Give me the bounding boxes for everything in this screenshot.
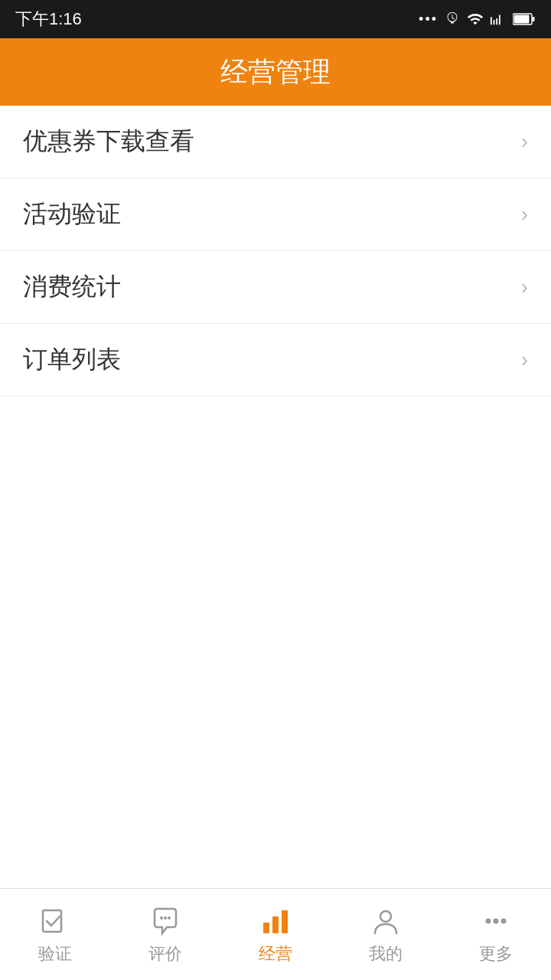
- tab-more[interactable]: 更多: [441, 904, 551, 965]
- svg-point-5: [164, 916, 167, 920]
- menu-item-coupon[interactable]: 优惠券下载查看 ›: [0, 106, 551, 178]
- tab-manage-label: 经营: [259, 942, 292, 965]
- tab-manage[interactable]: 经营: [220, 904, 331, 965]
- profile-icon: [369, 904, 403, 938]
- menu-item-orders-label: 订单列表: [23, 343, 121, 377]
- menu-item-stats[interactable]: 消费统计 ›: [0, 251, 551, 324]
- tab-more-label: 更多: [479, 942, 513, 965]
- alarm-icon: [444, 11, 461, 28]
- tab-review[interactable]: 评价: [110, 904, 220, 965]
- battery-icon: [513, 12, 536, 26]
- review-icon: [148, 904, 182, 938]
- svg-point-4: [160, 916, 163, 920]
- menu-item-activity[interactable]: 活动验证 ›: [0, 178, 551, 251]
- signal-icon: [490, 11, 507, 28]
- svg-rect-3: [43, 910, 61, 932]
- svg-rect-1: [514, 15, 530, 24]
- chevron-right-icon: ›: [521, 202, 528, 227]
- menu-list: 优惠券下载查看 › 活动验证 › 消费统计 › 订单列表 ›: [0, 106, 551, 397]
- wifi-icon: [467, 11, 484, 28]
- tab-bar: 验证 评价 经营 我的 更多: [0, 888, 551, 980]
- status-bar: 下午1:16 •••: [0, 0, 551, 38]
- svg-point-12: [494, 918, 499, 923]
- svg-rect-2: [533, 17, 535, 21]
- tab-verify-label: 验证: [38, 942, 72, 965]
- menu-item-coupon-label: 优惠券下载查看: [23, 125, 194, 158]
- tab-review-label: 评价: [148, 942, 182, 965]
- page-title: 经营管理: [220, 54, 331, 91]
- status-icons: •••: [419, 11, 536, 28]
- verify-icon: [38, 904, 72, 938]
- svg-rect-9: [282, 910, 288, 933]
- tab-mine[interactable]: 我的: [331, 904, 441, 965]
- tab-verify[interactable]: 验证: [0, 904, 110, 965]
- svg-rect-8: [272, 916, 279, 933]
- more-icon: [479, 904, 513, 938]
- svg-point-10: [380, 911, 391, 922]
- menu-item-stats-label: 消费统计: [23, 270, 121, 304]
- status-time: 下午1:16: [15, 8, 82, 31]
- chevron-right-icon: ›: [521, 275, 528, 299]
- svg-rect-7: [263, 923, 269, 933]
- chevron-right-icon: ›: [521, 129, 528, 154]
- svg-point-6: [168, 916, 171, 920]
- menu-item-activity-label: 活动验证: [23, 198, 121, 231]
- page-header: 经营管理: [0, 38, 551, 106]
- chevron-right-icon: ›: [521, 348, 528, 372]
- svg-point-13: [501, 918, 507, 923]
- menu-item-orders[interactable]: 订单列表 ›: [0, 324, 551, 397]
- tab-mine-label: 我的: [369, 942, 403, 965]
- svg-point-11: [486, 918, 491, 923]
- manage-icon: [259, 904, 292, 938]
- dots-icon: •••: [419, 11, 438, 28]
